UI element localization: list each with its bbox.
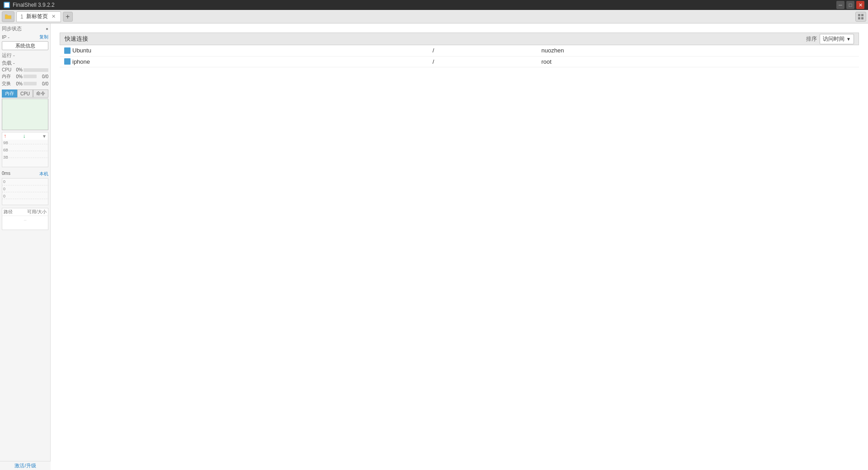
app-icon	[4, 2, 10, 8]
close-button[interactable]: ✕	[856, 1, 864, 9]
disk-size-header: 可用/大小	[24, 209, 47, 215]
sys-info-button[interactable]: 系统信息	[2, 41, 48, 50]
tab-1-name: 新标签页	[26, 13, 48, 20]
conn-label-iphone: iphone	[72, 58, 90, 65]
sort-dropdown-icon: ▼	[846, 37, 851, 42]
cpu-label: CPU	[2, 67, 13, 72]
swap-progress-bar	[24, 82, 37, 85]
tab-bar: 1 新标签页 ✕ +	[0, 10, 868, 24]
upload-icon: ↑	[4, 133, 6, 139]
content-area: 快速连接 排序 访问时间 ▼ Ubuntu	[51, 24, 868, 470]
activate-link[interactable]: 激活/升级	[14, 462, 36, 469]
net-y2: 6B	[3, 148, 8, 152]
ip-label: IP -	[2, 34, 9, 40]
tab-1-close[interactable]: ✕	[51, 14, 57, 20]
latency-value: 0ms	[2, 171, 10, 177]
conn-name-iphone: iphone	[60, 56, 428, 67]
tab-1-number: 1	[20, 14, 24, 20]
network-chart: 9B 6B 3B	[2, 140, 48, 167]
cpu-value: 0%	[14, 67, 23, 72]
sync-label: 同步状态	[2, 25, 22, 32]
sync-icon: ●	[46, 26, 48, 31]
type-label: 负载 -	[2, 60, 15, 66]
table-row[interactable]: Ubuntu / nuozhen	[60, 45, 859, 56]
conn-label-ubuntu: Ubuntu	[72, 47, 91, 54]
quick-connect-title: 快速连接	[65, 35, 88, 43]
svg-rect-1	[858, 14, 860, 16]
tab-cpu-button[interactable]: CPU	[17, 89, 33, 98]
download-icon: ↓	[23, 133, 26, 139]
svg-rect-3	[858, 17, 860, 19]
copy-button[interactable]: 复制	[39, 34, 48, 40]
dropdown-icon[interactable]: ▼	[42, 134, 47, 139]
maximize-button[interactable]: □	[846, 1, 854, 9]
conn-user-ubuntu: nuozhen	[537, 45, 859, 56]
sidebar: 同步状态 ● IP - 复制 系统信息 运行 - 负载 - CPU 0% 内存	[0, 24, 51, 470]
quick-connect-section: 快速连接 排序 访问时间 ▼ Ubuntu	[60, 33, 859, 67]
sort-dropdown[interactable]: 访问时间 ▼	[820, 34, 854, 44]
mem-progress-bar	[24, 75, 37, 78]
disk-path-header: 路径	[4, 209, 24, 215]
svg-rect-2	[861, 14, 863, 16]
swap-label: 交换	[2, 80, 13, 87]
net-y3: 3B	[3, 155, 8, 160]
mem-display	[2, 99, 48, 130]
title-bar: FinalShell 3.9.2.2 ─ □ ✕	[0, 0, 868, 10]
mem-value: 0%	[14, 74, 23, 79]
conn-icon-iphone	[64, 58, 71, 65]
lat2: 0	[3, 187, 5, 191]
mem-label: 内存	[2, 73, 13, 80]
grid-view-button[interactable]	[855, 12, 866, 22]
table-row[interactable]: iphone / root	[60, 56, 859, 67]
disk-section: 路径 可用/大小 ···	[2, 208, 48, 230]
lat3: 0	[3, 194, 5, 198]
minimize-button[interactable]: ─	[836, 1, 844, 9]
conn-user-iphone: root	[537, 56, 859, 67]
net-y1: 9B	[3, 141, 8, 145]
connections-table: Ubuntu / nuozhen iphone /	[60, 45, 859, 67]
tab-1[interactable]: 1 新标签页 ✕	[16, 11, 61, 22]
conn-icon-ubuntu	[64, 47, 71, 54]
sort-option: 访问时间	[823, 35, 844, 43]
app-title: FinalShell 3.9.2.2	[13, 2, 55, 8]
conn-path-ubuntu: /	[428, 45, 537, 56]
conn-path-iphone: /	[428, 56, 537, 67]
folder-button[interactable]	[2, 11, 14, 22]
swap-extra: 0/0	[38, 81, 48, 86]
tab-cmd-button[interactable]: 命令	[33, 89, 48, 98]
lat1: 0	[3, 179, 5, 184]
latency-chart: 0 0 0	[2, 178, 48, 205]
running-label: 运行 -	[2, 52, 15, 59]
svg-rect-0	[5, 3, 9, 7]
network-section: ↑ ↓ ▼ 9B 6B 3B	[2, 132, 48, 167]
cpu-progress-bar	[24, 68, 48, 72]
local-label: 本机	[39, 171, 48, 177]
sort-label: 排序	[806, 35, 817, 43]
swap-value: 0%	[14, 81, 23, 86]
disk-dots: ···	[2, 216, 48, 225]
conn-name-ubuntu: Ubuntu	[60, 45, 428, 56]
quick-connect-header: 快速连接 排序 访问时间 ▼	[60, 33, 859, 45]
tab-mem-button[interactable]: 内存	[2, 89, 17, 98]
disk-rows: ···	[2, 216, 48, 230]
add-tab-button[interactable]: +	[63, 12, 73, 22]
mem-extra: 0/0	[38, 74, 48, 79]
svg-rect-4	[861, 17, 863, 19]
